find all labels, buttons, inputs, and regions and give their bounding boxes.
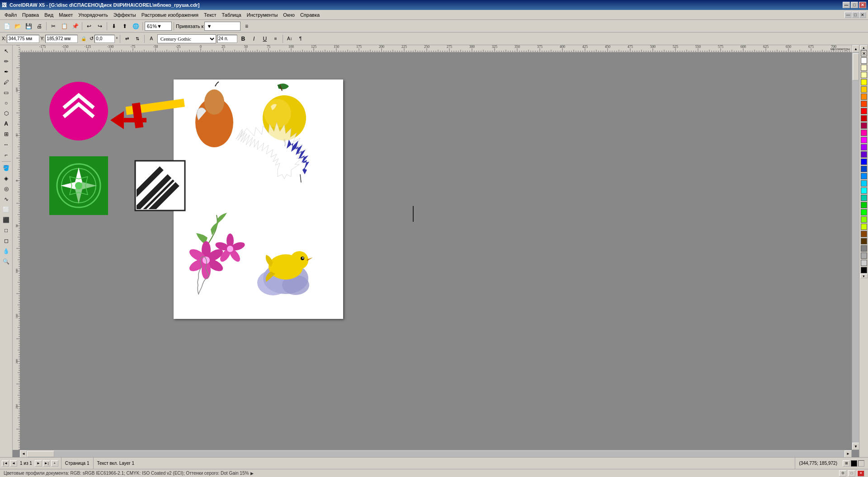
x-field[interactable] [7,35,39,43]
publish-button[interactable]: 🌐 [131,21,141,31]
canvas-area[interactable]: ▲ ▼ ◄ ► [13,45,859,457]
save-button[interactable]: 💾 [24,21,33,31]
scroll-v-track[interactable] [852,52,859,443]
color-swatch[interactable] [861,231,867,237]
menu-bitmaps[interactable]: Растровые изображения [139,11,201,19]
lock-ratio-button[interactable]: 🔒 [79,34,89,44]
menu-text[interactable]: Текст [201,11,219,19]
color-red[interactable] [861,108,867,114]
color-swatch[interactable] [861,151,867,158]
ellipse-tool[interactable]: ○ [1,98,11,108]
paste-button[interactable]: 📌 [70,21,80,31]
undo-button[interactable]: ↩ [84,21,94,31]
table-tool[interactable]: ⊞ [1,129,11,139]
rectangle-tool[interactable]: ▭ [1,88,11,98]
bottom-btn2[interactable]: □ [848,470,855,477]
page-prev-button[interactable]: ◄ [10,460,17,467]
mirror-v-button[interactable]: ⇅ [132,34,142,44]
connector-tool[interactable]: ⌐ [1,150,11,160]
menu-view[interactable]: Вид [42,11,56,19]
menu-effects[interactable]: Эффекты [111,11,139,19]
snap-status-button[interactable]: ⊞ [843,460,850,467]
envelope-tool[interactable]: ⬜ [1,205,11,215]
color-swatch[interactable] [861,187,867,194]
select-tool[interactable]: ↖ [1,46,11,56]
transparent-tool[interactable]: ◻ [1,236,11,246]
italic-button[interactable]: I [249,34,259,44]
eyedrop-tool[interactable]: 💧 [1,246,11,256]
freehand-tool[interactable]: ✏ [1,56,11,66]
open-button[interactable]: 📂 [13,21,23,31]
page-last-button[interactable]: ►| [43,460,50,467]
inner-restore-button[interactable]: □ [852,12,859,18]
color-swatch[interactable] [861,65,867,71]
blend-tool[interactable]: ∿ [1,194,11,204]
menu-table[interactable]: Таблица [219,11,244,19]
close-button[interactable]: ✕ [859,2,866,8]
color-indicator[interactable] [851,460,857,467]
mirror-h-button[interactable]: ⇄ [122,34,132,44]
scroll-left-button[interactable]: ◄ [20,450,27,458]
color-swatch[interactable] [861,260,867,266]
add-page-button[interactable]: + [51,460,58,467]
color-swatch[interactable] [861,94,867,100]
para-format-button[interactable]: ¶ [296,34,306,44]
color-swatch[interactable] [861,137,867,143]
shadow-tool[interactable]: □ [1,225,11,235]
color-swatch[interactable] [861,245,867,252]
font-size-field[interactable] [217,35,237,43]
color-blue[interactable] [861,159,867,165]
extrude-tool[interactable]: ⬛ [1,215,11,225]
scroll-up-button[interactable]: ▲ [852,45,859,52]
polygon-tool[interactable]: ⬡ [1,108,11,118]
scroll-h-track[interactable] [27,451,844,457]
post-logo[interactable] [110,98,185,129]
print-button[interactable]: 🖨 [34,21,44,31]
palette-scroll-up[interactable]: ▲ [860,45,868,50]
color-swatch[interactable] [861,224,867,230]
color-swatch[interactable] [861,166,867,172]
contour-tool[interactable]: ◎ [1,184,11,194]
text-align-button[interactable]: ≡ [271,34,281,44]
color-swatch[interactable] [861,86,867,93]
menu-help[interactable]: Справка [297,11,322,19]
menu-file[interactable]: Файл [2,11,19,19]
color-swatch[interactable] [861,238,867,244]
color-swatch[interactable] [861,209,867,215]
text-tool[interactable]: A [1,119,11,129]
bottom-btn3[interactable]: ✕ [857,470,864,477]
bottom-btn1[interactable]: ⚙ [839,470,846,477]
color-white[interactable] [861,57,867,64]
angle-field[interactable] [94,35,115,43]
y-field[interactable] [45,35,78,43]
color-swatch[interactable] [861,195,867,201]
scroll-right-button[interactable]: ► [844,450,852,458]
maximize-button[interactable]: □ [851,2,858,8]
menu-layout[interactable]: Макет [56,11,75,19]
zoom-tool[interactable]: 🔍 [1,257,11,267]
page-first-button[interactable]: |◄ [2,460,9,467]
fill-tool[interactable]: 🪣 [1,163,11,173]
color-swatch[interactable] [861,173,867,179]
inner-close-button[interactable]: ✕ [859,12,866,18]
snap-dropdown[interactable]: ▼ [204,22,241,31]
zoom-dropdown[interactable]: 61% ▼ [145,22,172,31]
color-swatch[interactable] [861,115,867,122]
drawing-canvas[interactable] [20,52,852,450]
color-swatch[interactable] [861,144,867,150]
color-green[interactable] [861,202,867,208]
color-cyan[interactable] [861,180,867,187]
export-button[interactable]: ⬆ [120,21,130,31]
underline-button[interactable]: U [260,34,270,44]
color-swatch[interactable] [861,253,867,259]
palette-scroll-down[interactable]: ▼ [860,274,868,278]
color-swatch[interactable] [861,216,867,223]
menu-window[interactable]: Окно [280,11,297,19]
scroll-down-button[interactable]: ▼ [852,443,859,450]
scroll-v-thumb[interactable] [853,53,859,80]
color-swatch[interactable] [861,122,867,129]
fill-indicator[interactable] [858,460,864,467]
inner-minimize-button[interactable]: — [844,12,852,18]
stripe-logo[interactable] [128,154,192,217]
font-selector[interactable]: Century Gothic [157,34,216,43]
